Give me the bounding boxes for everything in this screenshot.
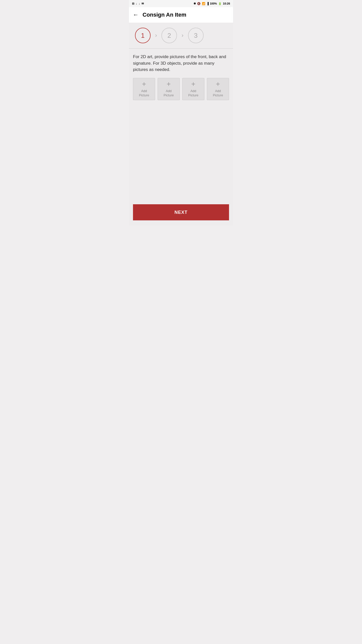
status-right-icons: ✱ 🔇 📶 ▐ 100% 🔋 10:26 [194, 2, 230, 5]
plus-icon-3: + [191, 80, 195, 88]
bluetooth-icon: ✱ [194, 2, 196, 5]
main-content: For 2D art, provide pictures of the fron… [129, 49, 233, 200]
message-icon: ✉ [142, 2, 144, 5]
plus-icon-2: + [167, 80, 171, 88]
signal-icon: ▐ [207, 2, 209, 5]
plus-icon-4: + [216, 80, 220, 88]
battery-icon: 🔋 [218, 2, 222, 5]
chevron-1-icon: › [155, 32, 157, 39]
next-button[interactable]: NEXT [133, 204, 229, 220]
picture-grid: + AddPicture + AddPicture + AddPicture +… [133, 78, 229, 100]
bottom-bar: NEXT [129, 200, 233, 225]
back-button[interactable]: ← [133, 12, 139, 18]
wifi-icon: 📶 [202, 2, 205, 5]
step-3-circle[interactable]: 3 [188, 28, 204, 43]
mute-icon: 🔇 [197, 2, 201, 5]
add-picture-1[interactable]: + AddPicture [133, 78, 155, 100]
page-title: Consign An Item [143, 12, 186, 18]
chevron-2-icon: › [182, 32, 183, 39]
add-picture-label-4: AddPicture [213, 89, 223, 98]
add-picture-2[interactable]: + AddPicture [158, 78, 180, 100]
status-bar: ⊟ ↓ ↓ ✉ ✱ 🔇 📶 ▐ 100% 🔋 10:26 [129, 0, 233, 7]
add-picture-3[interactable]: + AddPicture [182, 78, 204, 100]
screen-icon: ⊟ [132, 2, 134, 5]
step-indicator: 1 › 2 › 3 [129, 23, 233, 48]
add-picture-label-2: AddPicture [164, 89, 174, 98]
step-1-circle[interactable]: 1 [135, 28, 151, 43]
status-left-icons: ⊟ ↓ ↓ ✉ [132, 2, 144, 5]
step-2-circle[interactable]: 2 [161, 28, 177, 43]
download-icon-1: ↓ [136, 2, 137, 5]
add-picture-label-1: AddPicture [139, 89, 149, 98]
plus-icon-1: + [142, 80, 146, 88]
time: 10:26 [223, 2, 230, 5]
instruction-text: For 2D art, provide pictures of the fron… [133, 54, 229, 73]
add-picture-label-3: AddPicture [188, 89, 198, 98]
header: ← Consign An Item [129, 7, 233, 23]
download-icon-2: ↓ [139, 2, 140, 5]
battery-percent: 100% [210, 2, 217, 5]
add-picture-4[interactable]: + AddPicture [207, 78, 229, 100]
